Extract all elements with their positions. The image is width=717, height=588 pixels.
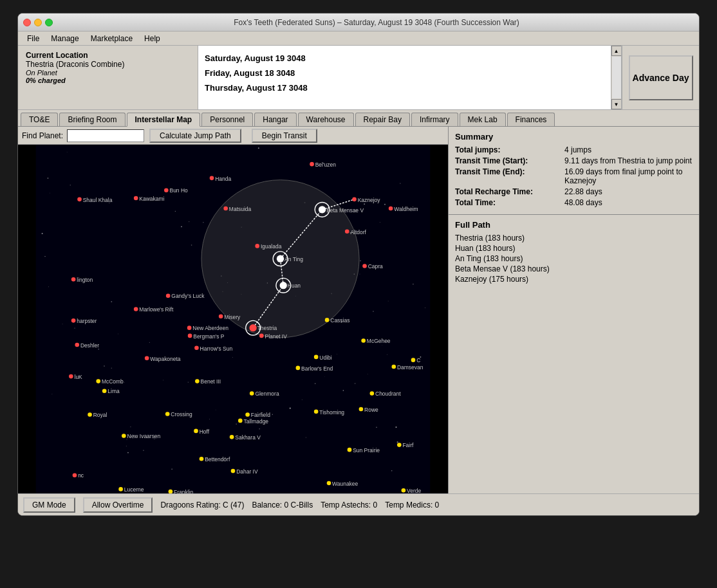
svg-text:Misery: Misery bbox=[224, 314, 241, 320]
close-button[interactable] bbox=[23, 19, 31, 26]
svg-text:Sakhara V: Sakhara V bbox=[235, 434, 261, 441]
tab-finances[interactable]: Finances bbox=[507, 113, 555, 126]
svg-point-28 bbox=[388, 301, 389, 302]
svg-point-13 bbox=[171, 468, 172, 469]
svg-point-29 bbox=[203, 222, 203, 223]
planet-bergman's_p[interactable]: Bergman's P bbox=[188, 333, 225, 340]
tab-hangar[interactable]: Hangar bbox=[254, 113, 296, 126]
maximize-button[interactable] bbox=[45, 19, 53, 26]
svg-point-111 bbox=[362, 264, 367, 268]
summary-value-4: 48.08 days bbox=[564, 198, 693, 207]
planet-new_aberdeen[interactable]: New Aberdeen bbox=[187, 325, 228, 331]
svg-point-30 bbox=[272, 414, 273, 415]
svg-point-147 bbox=[296, 366, 301, 371]
temp-medics: Temp Medics: 0 bbox=[385, 501, 439, 510]
svg-point-42 bbox=[376, 427, 377, 428]
svg-text:Planet IV: Planet IV bbox=[265, 333, 287, 340]
svg-point-5 bbox=[425, 308, 425, 308]
svg-point-45 bbox=[124, 382, 125, 383]
svg-text:Beta Mensae V: Beta Mensae V bbox=[326, 207, 364, 214]
svg-text:Altdorf: Altdorf bbox=[350, 229, 366, 235]
tab-mek-lab[interactable]: Mek Lab bbox=[460, 113, 506, 126]
planet-wapakoneta[interactable]: Wapakoneta bbox=[145, 356, 181, 362]
svg-point-183 bbox=[348, 448, 352, 452]
svg-point-35 bbox=[127, 452, 129, 454]
calculate-jump-path-button[interactable]: Calculate Jump Path bbox=[149, 129, 241, 143]
tab-bar: TO&E Briefing Room Interstellar Map Pers… bbox=[18, 110, 699, 127]
planet-harrow's_sun[interactable]: Harrow's Sun bbox=[194, 345, 232, 352]
svg-point-155 bbox=[96, 379, 100, 383]
svg-text:nc: nc bbox=[78, 472, 84, 479]
charge-status: 0% charged bbox=[26, 77, 190, 84]
menu-help[interactable]: Help bbox=[139, 33, 165, 44]
planet-gandy's_luck[interactable]: Gandy's Luck bbox=[166, 293, 205, 299]
minimize-button[interactable] bbox=[34, 19, 42, 26]
svg-point-52 bbox=[391, 470, 393, 472]
svg-point-50 bbox=[98, 349, 99, 350]
svg-point-145 bbox=[314, 355, 319, 360]
tab-toe[interactable]: TO&E bbox=[21, 113, 58, 126]
svg-point-12 bbox=[191, 244, 192, 246]
allow-overtime-button[interactable]: Allow Overtime bbox=[83, 497, 153, 513]
svg-point-20 bbox=[337, 354, 337, 354]
date-entry-0[interactable]: Saturday, August 19 3048 bbox=[205, 51, 615, 66]
svg-point-122 bbox=[219, 314, 223, 318]
map-canvas[interactable]: HandaBel'uzenKawakamiBun HoShaul KhalaMa… bbox=[18, 145, 448, 493]
svg-point-120 bbox=[134, 307, 138, 311]
svg-point-116 bbox=[71, 277, 76, 282]
svg-point-57 bbox=[188, 381, 189, 382]
tab-repair-bay[interactable]: Repair Bay bbox=[355, 113, 410, 126]
app-window: Fox's Teeth (Federated Suns) – Saturday,… bbox=[17, 13, 700, 516]
svg-point-3 bbox=[143, 450, 144, 450]
advance-day-button[interactable]: Advance Day bbox=[629, 55, 693, 100]
summary-label-3: Total Recharge Time: bbox=[455, 187, 564, 196]
svg-point-189 bbox=[231, 469, 236, 473]
tab-briefing-room[interactable]: Briefing Room bbox=[59, 113, 125, 126]
menu-file[interactable]: File bbox=[22, 33, 44, 44]
svg-point-71 bbox=[175, 211, 176, 212]
svg-point-131 bbox=[249, 324, 256, 331]
date-entry-1[interactable]: Friday, August 18 3048 bbox=[205, 66, 615, 80]
gm-mode-button[interactable]: GM Mode bbox=[23, 497, 75, 513]
menu-manage[interactable]: Manage bbox=[46, 33, 84, 44]
svg-point-193 bbox=[402, 488, 406, 493]
menu-marketplace[interactable]: Marketplace bbox=[86, 33, 138, 44]
svg-text:Verde: Verde bbox=[407, 488, 421, 493]
planet-marlowe's_rift[interactable]: Marlowe's Rift bbox=[134, 306, 174, 313]
svg-point-62 bbox=[360, 274, 360, 275]
svg-point-191 bbox=[327, 481, 331, 486]
tab-interstellar-map[interactable]: Interstellar Map bbox=[127, 113, 201, 127]
tab-warehouse[interactable]: Warehouse bbox=[298, 113, 354, 126]
svg-point-56 bbox=[395, 427, 396, 428]
svg-point-47 bbox=[126, 446, 127, 446]
svg-point-124 bbox=[325, 318, 330, 322]
right-panel: Summary Total jumps: 4 jumps Transit Tim… bbox=[448, 127, 699, 493]
map-controls: Find Planet: Calculate Jump Path Begin T… bbox=[18, 127, 448, 145]
find-planet-input[interactable] bbox=[67, 129, 144, 142]
scroll-down-button[interactable]: ▼ bbox=[611, 99, 622, 109]
svg-point-195 bbox=[73, 473, 77, 477]
tab-personnel[interactable]: Personnel bbox=[201, 113, 253, 126]
menu-bar: File Manage Marketplace Help bbox=[18, 32, 699, 46]
svg-text:Bun Ho: Bun Ho bbox=[169, 187, 188, 194]
svg-text:lington: lington bbox=[77, 277, 93, 283]
planet-shaul_khala[interactable]: Shaul Khala bbox=[77, 197, 112, 203]
begin-transit-button[interactable]: Begin Transit bbox=[252, 129, 317, 143]
planet-new_ivaarsen[interactable]: New Ivaarsen bbox=[122, 433, 161, 439]
svg-text:New Ivaarsen: New Ivaarsen bbox=[127, 433, 161, 439]
svg-text:Kaznejoy: Kaznejoy bbox=[358, 197, 381, 203]
svg-point-76 bbox=[42, 233, 43, 234]
planet-sun_prairie[interactable]: Sun Prairie bbox=[348, 447, 380, 454]
scroll-up-button[interactable]: ▲ bbox=[611, 46, 622, 56]
svg-point-99 bbox=[389, 207, 393, 211]
svg-text:Rowe: Rowe bbox=[364, 407, 378, 413]
svg-point-169 bbox=[314, 409, 319, 414]
tab-infirmary[interactable]: Infirmary bbox=[411, 113, 458, 126]
temp-astechs: Temp Astechs: 0 bbox=[321, 501, 377, 510]
svg-point-187 bbox=[200, 457, 204, 461]
planet-barlow's_end[interactable]: Barlow's End bbox=[296, 365, 333, 372]
svg-point-21 bbox=[306, 437, 306, 438]
svg-point-38 bbox=[355, 383, 356, 384]
date-entry-2[interactable]: Thursday, August 17 3048 bbox=[205, 80, 615, 95]
svg-text:Capra: Capra bbox=[368, 263, 383, 270]
